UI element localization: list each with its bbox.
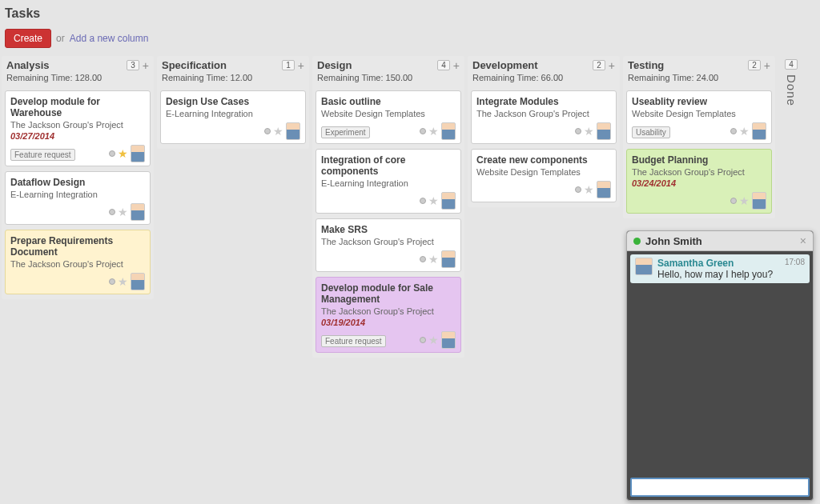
chat-header[interactable]: John Smith × [627, 231, 813, 251]
card-tag: Feature request [10, 149, 75, 161]
chat-time: 17:08 [785, 258, 805, 266]
task-card[interactable]: Basic outlineWebsite Design TemplatesExp… [316, 90, 461, 144]
star-icon[interactable]: ★ [273, 126, 283, 137]
card-title: Dataflow Design [10, 177, 145, 188]
status-dot-icon[interactable] [420, 337, 426, 343]
star-icon[interactable]: ★ [584, 184, 594, 195]
avatar[interactable] [131, 203, 145, 221]
avatar[interactable] [286, 122, 300, 140]
card-title: Basic outline [321, 96, 456, 107]
column-remaining: Remaining Time: 24.00 [623, 73, 775, 87]
card-project: The Jackson Group's Project [10, 259, 145, 269]
star-icon[interactable]: ★ [584, 126, 594, 137]
avatar[interactable] [597, 122, 611, 140]
column-remaining: Remaining Time: 128.00 [2, 73, 154, 87]
status-dot-icon[interactable] [575, 128, 581, 134]
status-dot-icon[interactable] [575, 186, 581, 193]
card-project: The Jackson Group's Project [10, 120, 145, 130]
column-count-badge: 4 [437, 60, 450, 70]
card-title: Useablity review [632, 96, 766, 107]
avatar[interactable] [597, 181, 611, 198]
task-card[interactable]: Develop module for Sale ManagementThe Ja… [316, 277, 461, 353]
card-title: Create new components [476, 154, 611, 166]
plus-icon[interactable]: + [143, 60, 149, 71]
create-button[interactable]: Create [5, 29, 51, 48]
status-dot-icon[interactable] [730, 198, 737, 204]
avatar[interactable] [131, 273, 145, 290]
task-card[interactable]: Design Use CasesE-Learning Integration★ [160, 90, 306, 144]
task-card[interactable]: Budget PlanningThe Jackson Group's Proje… [626, 149, 772, 214]
task-card[interactable]: Useablity reviewWebsite Design Templates… [626, 90, 772, 144]
chat-message: Samantha Green Hello, how may I help you… [630, 254, 810, 283]
column-specification: Specification1+Remaining Time: 12.00Desi… [157, 56, 309, 149]
column-count-badge: 3 [127, 60, 139, 70]
star-icon[interactable]: ★ [428, 254, 439, 265]
avatar[interactable] [131, 145, 145, 162]
task-card[interactable]: Make SRSThe Jackson Group's Project★ [316, 218, 461, 272]
card-title: Integration of core components [321, 154, 456, 177]
status-online-icon [633, 238, 641, 245]
card-project: E-Learning Integration [321, 178, 456, 188]
avatar[interactable] [441, 331, 456, 349]
close-icon[interactable]: × [800, 234, 806, 247]
card-title: Budget Planning [632, 154, 766, 166]
chat-popup: John Smith × Samantha Green Hello, how m… [626, 230, 814, 501]
star-icon[interactable]: ★ [739, 195, 750, 206]
column-development: Development2+Remaining Time: 66.00Integr… [468, 56, 620, 207]
column-count-badge: 2 [748, 60, 761, 70]
card-tag: Experiment [321, 126, 370, 138]
status-dot-icon[interactable] [109, 209, 115, 215]
column-design: Design4+Remaining Time: 150.00Basic outl… [312, 56, 464, 358]
plus-icon[interactable]: + [298, 60, 304, 71]
star-icon[interactable]: ★ [428, 334, 439, 346]
star-icon[interactable]: ★ [118, 148, 128, 159]
plus-icon[interactable]: + [453, 60, 460, 71]
chat-input[interactable] [630, 478, 810, 497]
card-date: 03/19/2014 [321, 318, 456, 327]
task-card[interactable]: Integration of core componentsE-Learning… [316, 149, 461, 214]
status-dot-icon[interactable] [109, 150, 115, 157]
card-title: Integrate Modules [476, 96, 611, 107]
task-card[interactable]: Integrate ModulesThe Jackson Group's Pro… [471, 90, 617, 144]
task-card[interactable]: Create new componentsWebsite Design Temp… [471, 149, 617, 202]
star-icon[interactable]: ★ [739, 126, 750, 137]
star-icon[interactable]: ★ [428, 195, 439, 206]
toolbar: Create or Add a new column [0, 26, 820, 56]
card-title: Make SRS [321, 224, 456, 235]
card-tag: Feature request [321, 335, 386, 347]
status-dot-icon[interactable] [109, 278, 115, 285]
task-card[interactable]: Prepare Requirements DocumentThe Jackson… [5, 230, 151, 294]
status-dot-icon[interactable] [730, 128, 737, 134]
column-done[interactable]: 4Done [778, 56, 804, 106]
task-card[interactable]: Develop module for WarehouseThe Jackson … [5, 90, 151, 166]
card-project: The Jackson Group's Project [632, 167, 766, 177]
status-dot-icon[interactable] [420, 128, 426, 134]
star-icon[interactable]: ★ [118, 276, 128, 287]
chat-sender: Samantha Green [657, 258, 805, 269]
chat-title: John Smith [645, 235, 702, 247]
star-icon[interactable]: ★ [118, 206, 128, 218]
status-dot-icon[interactable] [420, 198, 426, 204]
status-dot-icon[interactable] [420, 256, 426, 262]
chat-text: Hello, how may I help you? [657, 269, 805, 280]
plus-icon[interactable]: + [609, 60, 615, 71]
plus-icon[interactable]: + [764, 60, 770, 71]
avatar [635, 258, 653, 275]
column-title: Analysis [6, 59, 49, 71]
status-dot-icon[interactable] [264, 128, 271, 134]
add-column-link[interactable]: Add a new column [70, 33, 149, 44]
task-card[interactable]: Dataflow DesignE-Learning Integration★ [5, 171, 151, 225]
or-text: or [56, 33, 65, 44]
card-title: Design Use Cases [166, 96, 300, 107]
avatar[interactable] [752, 122, 766, 140]
star-icon[interactable]: ★ [428, 126, 439, 137]
avatar[interactable] [441, 250, 456, 268]
avatar[interactable] [752, 192, 766, 210]
avatar[interactable] [441, 192, 456, 210]
done-label: Done [785, 74, 798, 106]
avatar[interactable] [441, 122, 456, 140]
card-date: 03/27/2014 [10, 131, 145, 141]
card-project: Website Design Templates [476, 167, 611, 177]
card-project: The Jackson Group's Project [321, 237, 456, 246]
column-title: Design [317, 59, 352, 71]
